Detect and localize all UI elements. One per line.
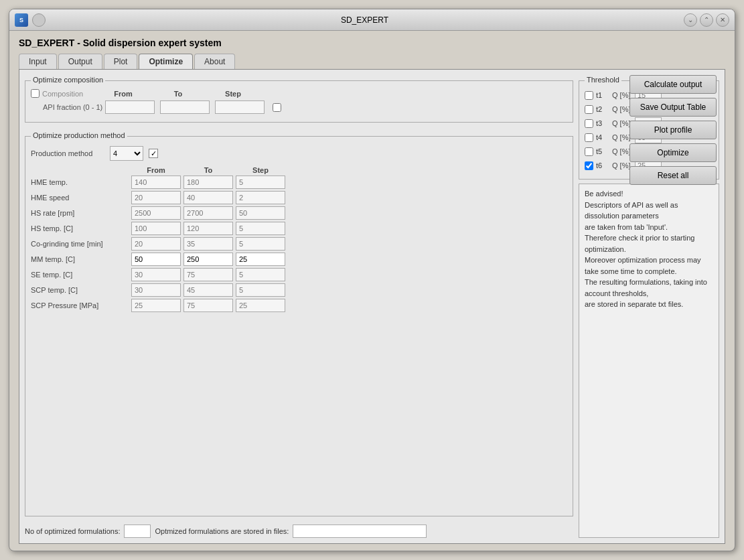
param-label-5: MM temp. [C] (31, 255, 131, 263)
optimize-button[interactable]: Optimize (629, 143, 717, 162)
close-button[interactable]: ✕ (716, 13, 729, 27)
param-label-3: HS temp. [C] (31, 224, 131, 232)
calculate-output-button[interactable]: Calculate output (629, 75, 717, 94)
window-title: SD_EXPERT (341, 15, 388, 25)
to-header: To (153, 90, 203, 98)
param-to-4[interactable] (183, 237, 233, 251)
param-to-0[interactable] (183, 176, 233, 189)
param-label-6: SE temp. [C] (31, 271, 131, 279)
threshold-cb-t3[interactable] (585, 119, 593, 128)
threshold-label-t6: t6 (596, 161, 609, 169)
no-formulations-input[interactable]: 10 (124, 524, 151, 538)
param-to-3[interactable] (183, 222, 233, 235)
api-from-input[interactable]: 0.1 (105, 100, 155, 114)
threshold-label-t5: t5 (596, 147, 609, 155)
window-controls: ⌄ ⌃ ✕ (684, 13, 729, 27)
param-step-8[interactable] (236, 299, 285, 312)
tab-about[interactable]: About (194, 54, 235, 69)
param-from-8[interactable] (131, 299, 181, 312)
param-from-2[interactable] (131, 206, 181, 220)
step-header: Step (208, 90, 258, 98)
param-from-7[interactable] (131, 283, 181, 297)
param-label-8: SCP Pressure [MPa] (31, 301, 131, 309)
optimize-production-title: Optimize production method (31, 131, 127, 139)
production-method-select[interactable]: 4 1 2 3 5 (110, 146, 143, 161)
param-label-4: Co-grinding time [min] (31, 240, 131, 248)
optimize-composition-group: Optimize composition Composition From To… (25, 80, 573, 123)
param-to-8[interactable] (183, 299, 233, 312)
param-row-7: SCP temp. [C] (31, 283, 567, 297)
api-fraction-row: API fraction (0 - 1) 0.1 0.5 0.05 (31, 100, 567, 114)
threshold-label-t3: t3 (596, 119, 609, 127)
app-icon2 (32, 13, 46, 27)
info-box: Be advised! Descriptors of API as well a… (579, 184, 719, 538)
param-from-1[interactable] (131, 191, 181, 204)
param-from-3[interactable] (131, 222, 181, 235)
param-row-6: SE temp. [C] (31, 268, 567, 281)
stored-label: Optmized formulations are stored in file… (155, 527, 289, 535)
col-to-header: To (183, 166, 233, 174)
composition-checkbox[interactable] (31, 89, 40, 98)
plot-profile-button[interactable]: Plot profile (629, 121, 717, 139)
api-checkbox[interactable] (273, 103, 281, 112)
param-to-6[interactable] (183, 268, 233, 281)
no-formulations-label: No of optimized formulations: (25, 527, 120, 535)
threshold-title: Threshold (585, 76, 621, 84)
title-bar-icons: S (15, 13, 46, 27)
col-step-header: Step (236, 166, 285, 174)
tab-output[interactable]: Output (58, 54, 102, 69)
param-to-2[interactable] (183, 206, 233, 220)
param-step-2[interactable] (236, 206, 285, 220)
param-label-2: HS rate [rpm] (31, 209, 131, 217)
threshold-cb-t2[interactable] (585, 105, 593, 114)
info-text: Be advised! Descriptors of API as well a… (585, 190, 707, 308)
threshold-cb-t6[interactable] (585, 161, 593, 170)
param-step-0[interactable] (236, 176, 285, 189)
threshold-label-t1: t1 (596, 91, 609, 99)
param-to-5[interactable] (183, 253, 233, 266)
maximize-button[interactable]: ⌃ (700, 13, 713, 27)
production-method-checkbox[interactable] (149, 149, 158, 158)
tab-optimize[interactable]: Optimize (139, 54, 193, 69)
app-title: SD_EXPERT - Solid dispersion expert syst… (19, 38, 725, 48)
optimize-production-group: Optimize production method Production me… (25, 136, 573, 516)
threshold-label-t2: t2 (596, 105, 609, 113)
param-row-5: MM temp. [C] (31, 253, 567, 266)
param-step-7[interactable] (236, 283, 285, 297)
app-icon: S (15, 13, 28, 27)
param-step-3[interactable] (236, 222, 285, 235)
reset-all-button[interactable]: Reset all (629, 166, 717, 185)
param-from-0[interactable] (131, 176, 181, 189)
save-output-table-button[interactable]: Save Output Table (629, 98, 717, 117)
col-from-header: From (131, 166, 181, 174)
param-from-6[interactable] (131, 268, 181, 281)
threshold-cb-t4[interactable] (585, 133, 593, 142)
param-from-5[interactable] (131, 253, 181, 266)
threshold-cb-t5[interactable] (585, 147, 593, 156)
param-row-3: HS temp. [C] (31, 222, 567, 235)
param-row-2: HS rate [rpm] (31, 206, 567, 220)
param-step-1[interactable] (236, 191, 285, 204)
param-label-0: HME temp. (31, 178, 131, 186)
production-method-label: Production method (31, 149, 104, 157)
param-from-4[interactable] (131, 237, 181, 251)
param-to-7[interactable] (183, 283, 233, 297)
composition-label: Composition (42, 90, 96, 98)
param-row-8: SCP Pressure [MPa] (31, 299, 567, 312)
param-label-1: HME speed (31, 194, 131, 202)
optimize-composition-title: Optimize composition (31, 76, 105, 84)
tab-plot[interactable]: Plot (104, 54, 138, 69)
param-row-0: HME temp. (31, 176, 567, 189)
stored-path-input[interactable]: /home/kuba/tmp2/optim4 (293, 524, 427, 538)
param-step-5[interactable] (236, 253, 285, 266)
tab-input[interactable]: Input (19, 54, 57, 69)
api-step-input[interactable]: 0.05 (215, 100, 265, 114)
param-step-6[interactable] (236, 268, 285, 281)
params-container: HME temp.HME speedHS rate [rpm]HS temp. … (31, 176, 567, 312)
api-to-input[interactable]: 0.5 (160, 100, 210, 114)
threshold-cb-t1[interactable] (585, 91, 593, 100)
from-header: From (98, 90, 148, 98)
minimize-button[interactable]: ⌄ (684, 13, 697, 27)
param-to-1[interactable] (183, 191, 233, 204)
param-step-4[interactable] (236, 237, 285, 251)
